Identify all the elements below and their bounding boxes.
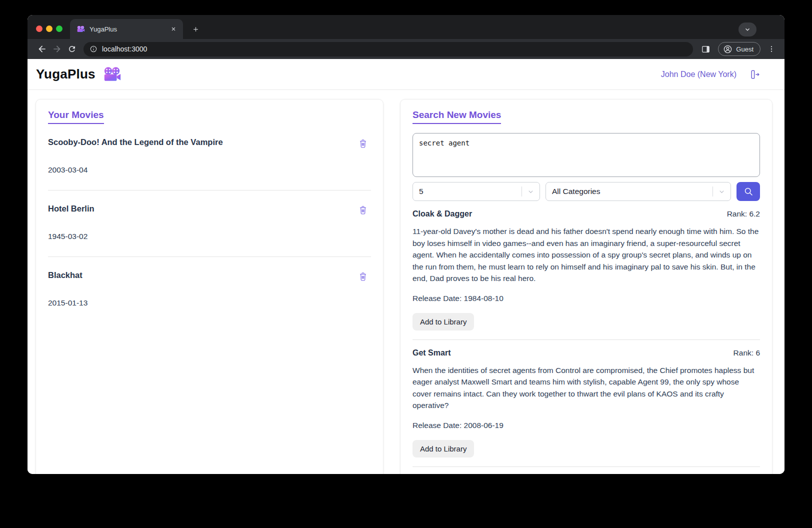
chevron-down-icon: [527, 188, 534, 196]
result-limit-value: 5: [413, 187, 522, 196]
result-rank: Rank: 6.2: [727, 210, 760, 218]
site-info-icon[interactable]: [90, 45, 98, 53]
list-item: Scooby-Doo! And the Legend of the Vampir…: [48, 124, 371, 190]
trash-icon: [358, 138, 368, 148]
brand-title: YugaPlus: [36, 66, 96, 82]
forward-icon[interactable]: [50, 42, 64, 56]
tab-close-icon[interactable]: [169, 24, 178, 34]
back-icon[interactable]: [34, 42, 50, 56]
avatar-icon: [723, 44, 732, 54]
search-input[interactable]: secret agent: [412, 133, 760, 177]
maximize-window-button[interactable]: [56, 26, 62, 32]
list-item: Hotel Berlin 1945-03-02: [48, 190, 371, 257]
movie-title: Hotel Berlin: [48, 204, 94, 214]
reload-icon[interactable]: [64, 42, 80, 56]
profile-label: Guest: [736, 46, 754, 53]
chevron-down-icon: [718, 188, 726, 196]
your-movies-title: Your Movies: [48, 110, 104, 124]
menu-dots-icon[interactable]: [766, 42, 778, 56]
user-name-link[interactable]: John Doe (New York): [661, 70, 736, 79]
movie-camera-icon: [102, 66, 122, 82]
category-select[interactable]: All Categories: [546, 182, 731, 201]
result-title: Get Smart: [412, 348, 450, 358]
tab-title: YugaPlus: [90, 26, 169, 33]
movie-date: 2015-01-13: [48, 298, 371, 308]
side-panel-icon[interactable]: [698, 42, 713, 56]
movie-title: Scooby-Doo! And the Legend of the Vampir…: [48, 138, 223, 147]
result-title: Cloak & Dagger: [412, 210, 472, 218]
minimize-window-button[interactable]: [46, 26, 52, 32]
url-text: localhost:3000: [102, 45, 147, 53]
browser-tab[interactable]: YugaPlus: [70, 19, 183, 39]
search-result: Cloak & Dagger Rank: 6.2 11-year-old Dav…: [412, 201, 760, 340]
tab-search-chevron-icon[interactable]: [738, 22, 756, 36]
search-result: Get Smart Rank: 6 When the identities of…: [412, 340, 760, 467]
add-to-library-button[interactable]: Add to Library: [412, 313, 474, 330]
window-controls: [36, 26, 62, 32]
result-rank: Rank: 6: [734, 348, 760, 358]
movie-title: Blackhat: [48, 270, 82, 280]
search-icon: [744, 186, 754, 196]
search-button[interactable]: [736, 182, 760, 201]
result-release-date: Release Date: 1984-08-10: [412, 294, 760, 303]
app-header: YugaPlus John Doe (New York): [28, 59, 784, 90]
add-to-library-button[interactable]: Add to Library: [412, 440, 474, 458]
browser-toolbar: localhost:3000 Guest: [28, 39, 784, 59]
result-description: 11-year-old Davey's mother is dead and h…: [412, 226, 760, 284]
category-value: All Categories: [546, 187, 712, 196]
search-panel: Search New Movies secret agent 5 All Cat…: [400, 99, 772, 474]
movie-date: 1945-03-02: [48, 232, 371, 241]
result-description: When the identities of secret agents fro…: [412, 364, 760, 412]
main-content: Your Movies Scooby-Doo! And the Legend o…: [28, 90, 784, 474]
app-page: YugaPlus John Doe (New York): [28, 59, 784, 474]
profile-button[interactable]: Guest: [718, 42, 760, 56]
tab-favicon-movie-camera-icon: [76, 26, 85, 32]
trash-icon: [358, 272, 368, 282]
result-release-date: Release Date: 2008-06-19: [412, 421, 760, 430]
address-bar[interactable]: localhost:3000: [84, 42, 693, 56]
trash-icon: [358, 205, 368, 215]
your-movies-panel: Your Movies Scooby-Doo! And the Legend o…: [36, 99, 384, 474]
delete-movie-button[interactable]: [357, 204, 369, 218]
search-controls: 5 All Categories: [412, 182, 760, 201]
browser-window: YugaPlus localhost:3000: [28, 15, 784, 474]
close-window-button[interactable]: [36, 26, 42, 32]
new-tab-button[interactable]: [188, 22, 202, 36]
delete-movie-button[interactable]: [357, 138, 369, 151]
list-item: Blackhat 2015-01-13: [48, 257, 371, 323]
delete-movie-button[interactable]: [357, 270, 369, 284]
tab-strip: YugaPlus: [28, 15, 784, 39]
result-limit-select[interactable]: 5: [412, 182, 540, 201]
search-title: Search New Movies: [412, 110, 501, 124]
logout-icon[interactable]: [750, 69, 760, 80]
movie-date: 2003-03-04: [48, 166, 371, 174]
